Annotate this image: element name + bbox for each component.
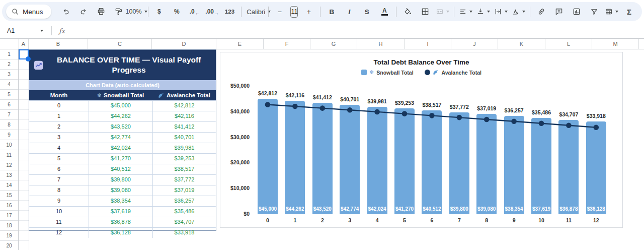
table-title-cell[interactable]: BALANCE OVER TIME — Visual Payoff Progre…: [29, 50, 216, 80]
row-header-6[interactable]: 6: [0, 100, 18, 110]
font-select[interactable]: Calibri: [244, 5, 266, 19]
row-header-4[interactable]: 4: [0, 80, 18, 90]
row-header-13[interactable]: 13: [0, 170, 18, 180]
column-header-A[interactable]: A: [19, 39, 29, 49]
column-header-E[interactable]: E: [216, 39, 264, 49]
cell-month[interactable]: 2: [29, 122, 89, 132]
decrease-decimal-button[interactable]: .0←: [186, 5, 203, 19]
functions-button[interactable]: Σ: [620, 5, 638, 19]
column-header-J[interactable]: J: [451, 39, 498, 49]
cell-month[interactable]: 8: [29, 185, 89, 196]
strikethrough-button[interactable]: S: [358, 5, 376, 19]
font-size-input[interactable]: 11: [290, 6, 298, 18]
cell-month[interactable]: 4: [29, 143, 89, 153]
row-header-18[interactable]: 18: [0, 221, 18, 231]
header-month[interactable]: Month: [29, 90, 89, 100]
row-header-12[interactable]: 12: [0, 160, 18, 170]
column-header-I[interactable]: I: [405, 39, 451, 49]
row-header-5[interactable]: 5: [0, 90, 18, 100]
column-header-M[interactable]: M: [592, 39, 639, 49]
fill-color-button[interactable]: [398, 5, 416, 19]
cell-snowball[interactable]: $42,774: [89, 133, 152, 143]
row-header-14[interactable]: 14: [0, 180, 18, 191]
row-header-17[interactable]: 17: [0, 211, 18, 221]
column-header-K[interactable]: K: [498, 39, 545, 49]
table-subtitle-cell[interactable]: Chart Data (auto-calculated): [29, 80, 216, 90]
print-button[interactable]: [93, 5, 110, 19]
text-color-button[interactable]: A: [376, 5, 393, 19]
merge-cells-button[interactable]: [434, 5, 451, 19]
cell-month[interactable]: 10: [29, 207, 89, 217]
cell-month[interactable]: 5: [29, 154, 89, 164]
text-wrap-button[interactable]: [492, 5, 510, 19]
row-header-16[interactable]: 16: [0, 201, 18, 211]
row-header-3[interactable]: 3: [0, 70, 18, 80]
text-rotation-button[interactable]: [510, 5, 527, 19]
cell-snowball[interactable]: $37,619: [89, 207, 152, 217]
row-header-20[interactable]: 20: [0, 241, 18, 250]
cell-avalanche[interactable]: $39,981: [152, 143, 216, 153]
cell-snowball[interactable]: $45,000: [89, 101, 152, 111]
insert-chart-button[interactable]: [568, 5, 585, 19]
column-header-F[interactable]: F: [264, 39, 310, 49]
column-header-H[interactable]: H: [357, 39, 405, 49]
selection-handle[interactable]: [26, 56, 31, 61]
cell-month[interactable]: 0: [29, 101, 89, 111]
insert-comment-button[interactable]: [550, 5, 568, 19]
cell-avalanche[interactable]: $34,707: [152, 217, 216, 227]
cell-snowball[interactable]: $43,520: [89, 122, 152, 132]
cell-month[interactable]: 6: [29, 164, 89, 174]
cell-avalanche[interactable]: $37,772: [152, 175, 216, 185]
column-header-L[interactable]: L: [545, 39, 592, 49]
cell-avalanche[interactable]: $38,517: [152, 164, 216, 174]
row-header-19[interactable]: 19: [0, 231, 18, 241]
paint-format-button[interactable]: [110, 5, 128, 19]
bold-button[interactable]: B: [323, 5, 341, 19]
row-header-2[interactable]: 2: [0, 59, 18, 70]
more-formats-button[interactable]: 123: [221, 5, 238, 19]
cell-avalanche[interactable]: $39,253: [152, 154, 216, 164]
cell-snowball[interactable]: $41,270: [89, 154, 152, 164]
cell-avalanche[interactable]: $40,701: [152, 133, 216, 143]
create-filter-button[interactable]: [585, 5, 603, 19]
cell-avalanche[interactable]: $37,019: [152, 185, 216, 196]
increase-font-size-button[interactable]: +: [300, 5, 317, 19]
cell-snowball[interactable]: $36,878: [89, 217, 152, 227]
percent-format-button[interactable]: %: [168, 5, 186, 19]
row-header-8[interactable]: 8: [0, 120, 18, 130]
cell-avalanche[interactable]: $42,116: [152, 111, 216, 121]
row-header-1[interactable]: 1: [0, 49, 18, 59]
header-avalanche[interactable]: Avalanche Total: [152, 90, 216, 100]
cell-snowball[interactable]: $39,800: [89, 175, 152, 185]
cell-snowball[interactable]: $36,128: [89, 228, 152, 238]
cell-snowball[interactable]: $39,080: [89, 185, 152, 196]
select-all-corner[interactable]: [0, 39, 19, 49]
column-header-C[interactable]: C: [88, 39, 152, 49]
cell-month[interactable]: 12: [29, 228, 89, 238]
redo-button[interactable]: [75, 5, 93, 19]
decrease-font-size-button[interactable]: −: [271, 5, 288, 19]
insert-link-button[interactable]: [532, 5, 550, 19]
cell-avalanche[interactable]: $41,412: [152, 122, 216, 132]
cell-month[interactable]: 1: [29, 111, 89, 121]
vertical-align-button[interactable]: [474, 5, 492, 19]
row-header-10[interactable]: 10: [0, 140, 18, 150]
row-header-7[interactable]: 7: [0, 110, 18, 120]
chart-object[interactable]: Total Debt Balance Over Time ❄ Snowball …: [220, 52, 623, 228]
cell-month[interactable]: 3: [29, 133, 89, 143]
borders-button[interactable]: [416, 5, 434, 19]
cell-snowball[interactable]: $44,262: [89, 111, 152, 121]
row-header-15[interactable]: 15: [0, 191, 18, 201]
row-header-11[interactable]: 11: [0, 150, 18, 160]
menus-button[interactable]: Menus: [6, 5, 51, 19]
italic-button[interactable]: I: [341, 5, 358, 19]
cell-month[interactable]: 7: [29, 175, 89, 185]
cell-month[interactable]: 9: [29, 196, 89, 206]
cell-month[interactable]: 11: [29, 217, 89, 227]
fx-icon[interactable]: ƒx: [59, 27, 65, 35]
column-header-D[interactable]: D: [152, 39, 216, 49]
row-header-9[interactable]: 9: [0, 130, 18, 140]
cell-snowball[interactable]: $38,354: [89, 196, 152, 206]
cell-avalanche[interactable]: $35,486: [152, 207, 216, 217]
undo-button[interactable]: [57, 5, 75, 19]
